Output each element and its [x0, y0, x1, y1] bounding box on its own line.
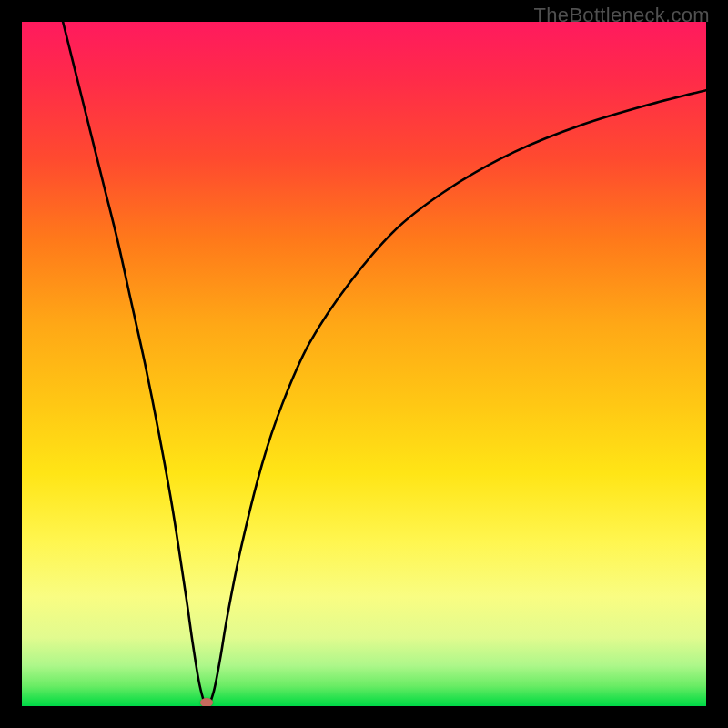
bottleneck-curve — [63, 22, 706, 706]
chart-container: TheBottleneck.com — [0, 0, 728, 728]
curve-layer — [22, 22, 706, 706]
watermark-text: TheBottleneck.com — [534, 4, 710, 27]
plot-area — [22, 22, 706, 706]
minimum-marker — [200, 698, 213, 706]
